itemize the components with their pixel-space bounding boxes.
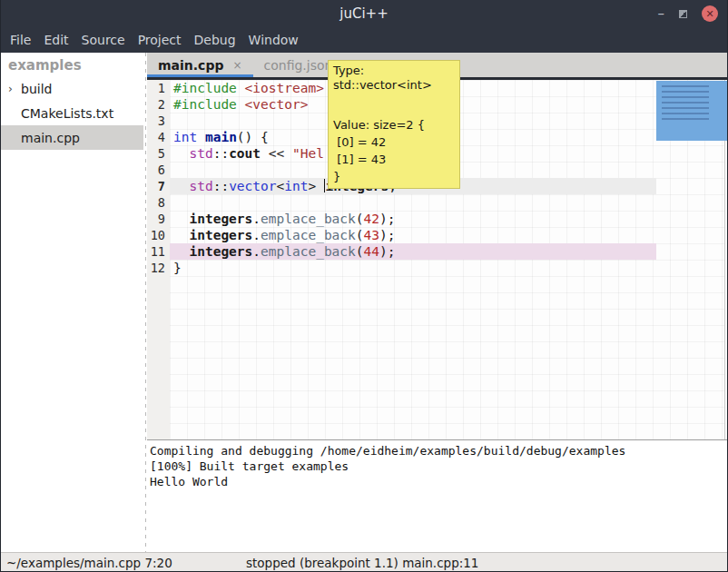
- chevron-right-icon[interactable]: ›: [8, 83, 21, 95]
- syntax-pl: [237, 97, 245, 112]
- menu-edit[interactable]: Edit: [44, 31, 68, 49]
- line-number[interactable]: 10: [147, 227, 170, 243]
- tab-main-cpp[interactable]: main.cpp×: [147, 53, 253, 77]
- status-file-position: ~/examples/main.cpp 7:20: [1, 556, 172, 570]
- syntax-pl: (: [356, 212, 364, 226]
- syntax-str: "Hel: [292, 146, 324, 161]
- file-tree: ›buildCMakeLists.txtmain.cpp: [1, 76, 143, 150]
- scrollbar-minimap[interactable]: [656, 81, 727, 141]
- syntax-pl: <: [277, 179, 285, 193]
- line-number[interactable]: 1: [147, 80, 170, 96]
- syntax-pl: ::: [213, 179, 229, 193]
- syntax-pl: (: [356, 228, 364, 242]
- minimize-button[interactable]: –: [658, 9, 665, 18]
- syntax-mem: emplace_back: [261, 244, 356, 259]
- syntax-pl: );: [379, 212, 395, 226]
- syntax-pl: [173, 212, 189, 226]
- syntax-pl: () {: [237, 130, 269, 144]
- syntax-kw: int: [173, 130, 197, 144]
- code-line-9: 9 integers.emplace_back(42);: [147, 211, 727, 227]
- syntax-kw: int: [284, 179, 308, 193]
- code-text[interactable]: }: [170, 260, 656, 276]
- syntax-pl: [173, 146, 189, 161]
- terminal-line: [100%] Built target examples: [150, 459, 727, 474]
- tooltip-value-line: }: [333, 168, 455, 185]
- syntax-num: 43: [364, 228, 379, 242]
- line-number[interactable]: 11: [147, 243, 170, 260]
- sidebar-item-cmakelists-txt[interactable]: CMakeLists.txt: [1, 101, 143, 125]
- menu-debug[interactable]: Debug: [194, 31, 236, 49]
- file-label: main.cpp: [21, 131, 80, 145]
- syntax-pl: [197, 130, 205, 144]
- line-number[interactable]: 5: [147, 145, 170, 162]
- syntax-ns: std: [189, 179, 212, 193]
- syntax-pl: (: [356, 244, 364, 259]
- tooltip-value-line: Value: size=2 {: [333, 116, 455, 133]
- code-line-8: 8: [147, 194, 727, 211]
- breakpoint-line[interactable]: integers.emplace_back(44);: [170, 243, 656, 260]
- tooltip-value-line: [1] = 43: [333, 151, 455, 168]
- tab-close-icon[interactable]: ×: [232, 59, 241, 72]
- menu-bar: FileEditSourceProjectDebugWindow: [1, 27, 727, 53]
- syntax-mem: emplace_back: [261, 228, 356, 242]
- line-number[interactable]: 8: [147, 194, 170, 211]
- restore-icon[interactable]: [679, 10, 687, 18]
- syntax-pl: [173, 244, 189, 259]
- sidebar-item-main-cpp[interactable]: main.cpp: [1, 125, 143, 150]
- status-bar: ~/examples/main.cpp 7:20 stopped (breakp…: [1, 552, 727, 572]
- window-controls: – ✕: [658, 0, 719, 27]
- syntax-pl: >: [308, 179, 323, 193]
- syntax-pl: [173, 228, 189, 242]
- syntax-pl: .: [252, 228, 261, 242]
- tooltip-value-line: [0] = 42: [333, 133, 455, 151]
- syntax-ns: std: [189, 146, 212, 161]
- syntax-num: 44: [364, 244, 379, 259]
- minimap-code-preview: [662, 85, 709, 122]
- syntax-inc: #include: [173, 97, 237, 112]
- syntax-pl: .: [252, 244, 261, 259]
- code-line-12: 12}: [147, 260, 727, 276]
- line-number[interactable]: 6: [147, 162, 170, 178]
- syntax-inc: #include: [173, 81, 237, 95]
- debug-value-tooltip: Type: std::vector<int> Value: size=2 { […: [328, 60, 460, 189]
- syntax-mem: emplace_back: [261, 212, 356, 226]
- syntax-var: integers: [189, 228, 252, 242]
- line-number[interactable]: 7: [147, 178, 170, 194]
- file-tree-sidebar: examples ›buildCMakeLists.txtmain.cpp: [1, 53, 143, 552]
- project-name-header: examples: [1, 53, 143, 76]
- line-number[interactable]: 9: [147, 211, 170, 227]
- tab-label: main.cpp: [158, 58, 223, 73]
- line-number[interactable]: 12: [147, 260, 170, 276]
- close-button[interactable]: ✕: [702, 5, 718, 22]
- line-number[interactable]: 2: [147, 96, 170, 113]
- syntax-fn: main: [205, 130, 237, 144]
- syntax-pl: );: [379, 244, 395, 259]
- terminal-output[interactable]: Compiling and debugging /home/eidheim/ex…: [147, 441, 727, 552]
- menu-window[interactable]: Window: [249, 31, 299, 49]
- titlebar[interactable]: juCi++ – ✕: [1, 0, 727, 27]
- syntax-num: 42: [364, 212, 379, 226]
- code-text[interactable]: integers.emplace_back(43);: [170, 227, 656, 243]
- menu-source[interactable]: Source: [82, 31, 125, 49]
- juci-window: juCi++ – ✕ FileEditSourceProjectDebugWin…: [0, 0, 728, 572]
- file-label: CMakeLists.txt: [21, 106, 113, 121]
- tab-label: config.json: [264, 58, 333, 73]
- code-line-11: 11 integers.emplace_back(44);: [147, 243, 727, 260]
- status-debug-state: stopped (breakpoint 1.1) main.cpp:11: [246, 556, 478, 570]
- sidebar-item-build[interactable]: ›build: [1, 76, 143, 101]
- syntax-type: vector: [229, 179, 276, 193]
- menu-file[interactable]: File: [10, 31, 31, 49]
- code-text[interactable]: [170, 194, 656, 211]
- terminal-line: Compiling and debugging /home/eidheim/ex…: [150, 443, 727, 459]
- line-number[interactable]: 4: [147, 129, 170, 145]
- tooltip-type-line: Type: std::vector<int>: [333, 64, 455, 93]
- syntax-hdr: <iostream>: [245, 81, 324, 95]
- menu-project[interactable]: Project: [138, 31, 182, 49]
- syntax-pl: }: [173, 261, 182, 275]
- syntax-pl: [237, 81, 245, 95]
- tooltip-gap: [333, 93, 455, 116]
- code-text[interactable]: integers.emplace_back(42);: [170, 211, 656, 227]
- syntax-pl: <<: [261, 146, 292, 161]
- line-number[interactable]: 3: [147, 113, 170, 129]
- syntax-pl: );: [379, 228, 395, 242]
